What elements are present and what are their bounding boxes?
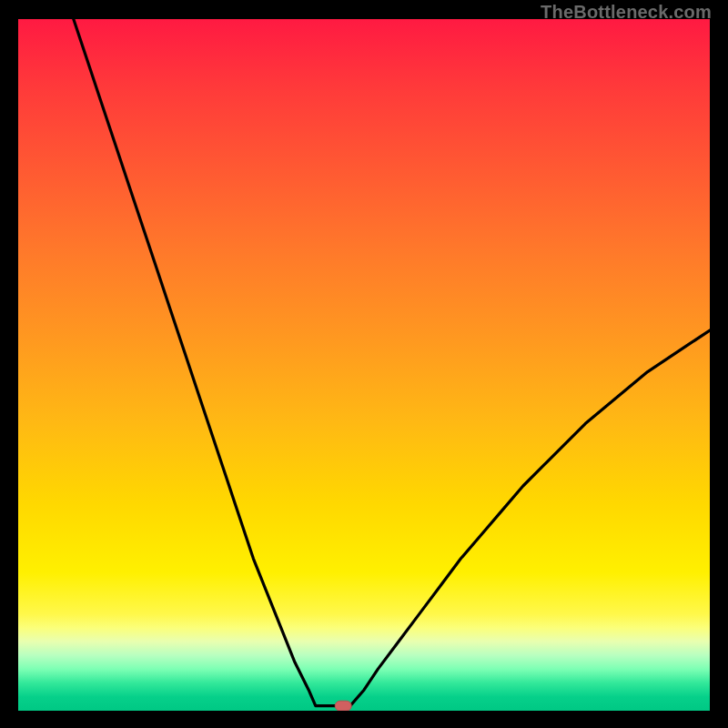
bottleneck-curve	[18, 19, 710, 711]
bottleneck-marker	[335, 701, 351, 711]
chart-frame: TheBottleneck.com	[0, 0, 728, 728]
bottleneck-curve-path	[74, 19, 710, 706]
plot-area	[18, 19, 710, 711]
